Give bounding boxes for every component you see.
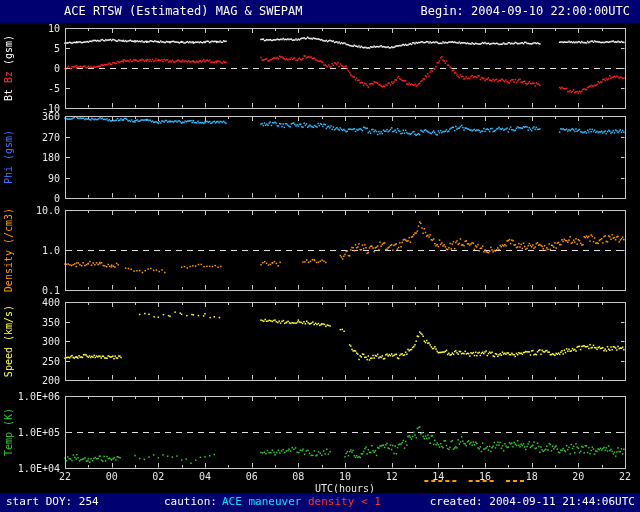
start-doy-label: start DOY: 254 [6, 493, 99, 511]
density-flag: density < 1 [308, 493, 381, 511]
ace-maneuver-flag: ACE maneuver [222, 493, 301, 511]
caution-label: caution: [164, 493, 217, 511]
created-timestamp: created: 2004-09-11 21:44:06UTC [430, 493, 635, 511]
ace-rtsw-plot: 1050-5-10Bt Bz (gsm)360270180900Phi (gsm… [0, 0, 640, 512]
title-bar: ACE RTSW (Estimated) MAG & SWEPAM Begin:… [0, 0, 640, 23]
chart-canvas [0, 0, 640, 512]
status-bar: start DOY: 254 caution: ACE maneuver den… [0, 493, 640, 512]
plot-title: ACE RTSW (Estimated) MAG & SWEPAM [64, 0, 302, 23]
begin-timestamp: Begin: 2004-09-10 22:00:00UTC [420, 0, 630, 23]
